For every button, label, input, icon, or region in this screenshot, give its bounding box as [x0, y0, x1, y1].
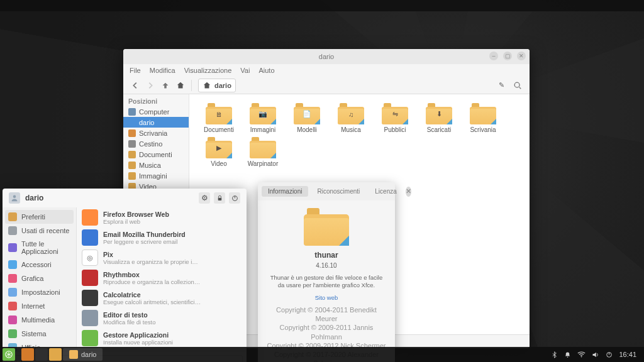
- folder-musica[interactable]: ♫Musica: [330, 102, 372, 133]
- launcher-folder[interactable]: [49, 348, 62, 361]
- nav-back-button[interactable]: [128, 79, 142, 92]
- app-email-mozilla-thunderbird[interactable]: Email Mozilla ThunderbirdPer leggere e s…: [77, 228, 247, 248]
- launcher-files[interactable]: [21, 348, 34, 361]
- category-label: Accessori: [21, 261, 52, 268]
- category-icon: [8, 288, 17, 297]
- folder-label: Musica: [341, 126, 361, 133]
- nav-forward-button[interactable]: [143, 79, 157, 92]
- menu-aiuto[interactable]: Aiuto: [258, 67, 274, 74]
- app-rhythmbox[interactable]: RhythmboxRiproduce e organizza la collez…: [77, 268, 247, 288]
- folder-scrivania[interactable]: Scrivania: [462, 102, 504, 133]
- sidebar-item-cestino[interactable]: Cestino: [123, 138, 189, 149]
- folder-icon: ♫: [338, 102, 364, 124]
- sidebar-item-immagini[interactable]: Immagini: [123, 170, 189, 181]
- folder-label: Modelli: [297, 126, 317, 133]
- category-preferiti[interactable]: Preferiti: [5, 210, 74, 224]
- folder-icon: [470, 102, 496, 124]
- category-impostazioni[interactable]: Impostazioni: [3, 285, 76, 299]
- notification-icon[interactable]: [564, 351, 571, 358]
- app-desc: Modifica file di testo: [103, 319, 242, 326]
- folder-modelli[interactable]: 📄Modelli: [286, 102, 328, 133]
- app-calcolatrice[interactable]: CalcolatriceEsegue calcoli aritmetici, s…: [77, 288, 247, 308]
- user-avatar[interactable]: [9, 192, 20, 204]
- menu-launcher[interactable]: [3, 348, 15, 361]
- sidebar-item-documenti[interactable]: Documenti: [123, 149, 189, 160]
- app-desc: Per leggere e scrivere email: [103, 238, 242, 245]
- network-icon[interactable]: [577, 351, 586, 358]
- system-tray: 16:41: [551, 351, 641, 358]
- path-bar[interactable]: dario: [198, 79, 236, 92]
- bluetooth-icon[interactable]: [551, 351, 558, 358]
- home-icon: [203, 81, 211, 90]
- app-version: 4.16.10: [316, 262, 336, 269]
- svg-rect-2: [218, 197, 221, 200]
- nav-home-button[interactable]: [174, 79, 187, 92]
- category-usati-di-recente[interactable]: Usati di recente: [3, 224, 76, 238]
- app-pix[interactable]: ◎PixVisualizza e organizza le proprie i…: [77, 248, 247, 268]
- website-link[interactable]: Sito web: [315, 294, 338, 301]
- category-icon: [8, 302, 17, 310]
- folder-immagini[interactable]: 📷Immagini: [242, 102, 284, 133]
- folder-scaricati[interactable]: ⬇Scaricati: [418, 102, 460, 133]
- maximize-button[interactable]: ▢: [503, 52, 512, 60]
- about-tab-riconoscimenti[interactable]: Riconoscimenti: [311, 186, 366, 197]
- app-icon: [82, 229, 98, 246]
- category-internet[interactable]: Internet: [3, 299, 76, 313]
- edit-path-button[interactable]: ✎: [494, 79, 508, 92]
- folder-documenti[interactable]: 🗎Documenti: [198, 102, 240, 133]
- app-name: Pix: [103, 251, 242, 258]
- category-icon: [8, 260, 17, 269]
- clock[interactable]: 16:41: [619, 351, 636, 358]
- titlebar[interactable]: dario – ▢ ✕: [123, 49, 530, 64]
- lock-button[interactable]: [214, 192, 225, 204]
- category-accessori[interactable]: Accessori: [3, 258, 76, 272]
- category-grafica[interactable]: Grafica: [3, 272, 76, 285]
- sidebar-item-musica[interactable]: Musica: [123, 160, 189, 170]
- folder-warpinator[interactable]: Warpinator: [242, 136, 284, 167]
- about-tab-licenza[interactable]: Licenza: [369, 186, 402, 197]
- nav-up-button[interactable]: [158, 79, 172, 92]
- sidebar-item-dario[interactable]: dario: [123, 117, 189, 128]
- sidebar-item-scrivania[interactable]: Scrivania: [123, 128, 189, 138]
- folder-icon: [250, 136, 276, 158]
- taskbar-item[interactable]: dario: [63, 348, 103, 361]
- sidebar-item-label: Documenti: [139, 151, 172, 158]
- minimize-button[interactable]: –: [489, 52, 498, 60]
- category-sistema[interactable]: Sistema: [3, 327, 76, 341]
- settings-button[interactable]: ⚙: [199, 192, 210, 204]
- app-desc: Esegue calcoli aritmetici, scientifici…: [103, 299, 242, 305]
- menu-vai[interactable]: Vai: [240, 67, 250, 74]
- svg-point-6: [567, 356, 569, 358]
- menu-modifica[interactable]: Modifica: [150, 67, 175, 74]
- power-icon[interactable]: [606, 351, 613, 358]
- app-firefox-browser-web[interactable]: Firefox Browser WebEsplora il web: [77, 207, 247, 228]
- category-tutte-le-applicazioni[interactable]: Tutte le Applicazioni: [3, 238, 76, 258]
- folder-pubblici[interactable]: ⇋Pubblici: [374, 102, 416, 133]
- sidebar-item-computer[interactable]: Computer: [123, 106, 189, 117]
- logout-button[interactable]: [229, 192, 240, 204]
- search-button[interactable]: [511, 79, 525, 92]
- appmenu-header: dario ⚙: [3, 189, 247, 207]
- folder-label: Pubblici: [384, 126, 406, 133]
- trash-icon: [128, 140, 136, 148]
- app-gestore-applicazioni[interactable]: Gestore ApplicazioniInstalla nuove appli…: [77, 328, 247, 348]
- folder-icon: 📷: [250, 102, 276, 124]
- close-button[interactable]: ✕: [517, 52, 526, 60]
- folder-label: Video: [211, 160, 226, 167]
- menu-file[interactable]: File: [130, 67, 141, 74]
- category-multimedia[interactable]: Multimedia: [3, 313, 76, 327]
- folder-label: Scrivania: [470, 126, 496, 133]
- volume-icon[interactable]: [592, 351, 599, 358]
- about-tab-informazioni[interactable]: Informazioni: [262, 186, 308, 197]
- about-close-button[interactable]: ✕: [406, 187, 411, 197]
- desktop-icon: [128, 129, 136, 137]
- category-icon: [8, 226, 17, 235]
- folder-icon: ⬇: [426, 102, 452, 124]
- menu-visualizzazione[interactable]: Visualizzazione: [184, 67, 232, 74]
- app-editor-di-testo[interactable]: Editor di testoModifica file di testo: [77, 308, 247, 328]
- folder-video[interactable]: ▶Video: [198, 136, 240, 167]
- launcher-terminal[interactable]: [35, 348, 48, 361]
- category-icon: [8, 212, 17, 221]
- app-name: Email Mozilla Thunderbird: [103, 231, 242, 238]
- app-desc: Riproduce e organizza la collezion…: [103, 278, 242, 285]
